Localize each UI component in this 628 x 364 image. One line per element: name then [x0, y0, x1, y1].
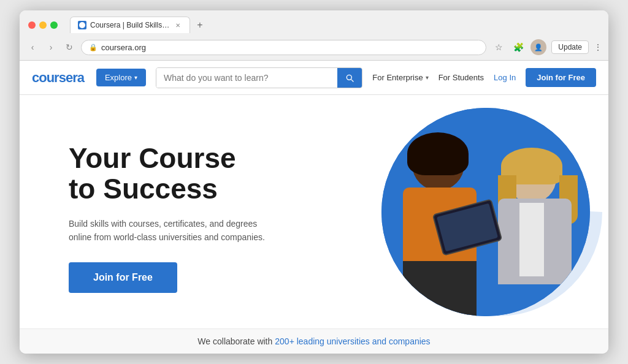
nav-right-section: For Enterprise ▾ For Students Log In Joi… — [372, 68, 596, 87]
browser-chrome: Coursera | Build Skills with On... ✕ + ‹… — [20, 10, 608, 61]
hero-subtitle: Build skills with courses, certificates,… — [69, 217, 277, 245]
hero-section: Your Course to Success Build skills with… — [20, 95, 608, 328]
bookmark-icon[interactable]: ☆ — [491, 40, 506, 55]
search-button[interactable] — [337, 68, 362, 88]
login-button[interactable]: Log In — [494, 73, 516, 82]
forward-button[interactable]: › — [44, 40, 58, 54]
svg-point-0 — [79, 22, 85, 28]
profile-avatar[interactable]: 👤 — [530, 39, 546, 55]
tab-close-icon[interactable]: ✕ — [174, 21, 182, 29]
bottom-bar-static-text: We collaborate with — [197, 336, 272, 346]
url-text: coursera.org — [101, 43, 146, 52]
bottom-bar: We collaborate with 200+ leading univers… — [20, 328, 608, 354]
browser-titlebar: Coursera | Build Skills with On... ✕ + — [20, 10, 608, 37]
update-button[interactable]: Update — [551, 40, 589, 54]
chevron-down-icon: ▾ — [134, 74, 137, 81]
tab-favicon — [78, 21, 86, 29]
extensions-icon[interactable]: 🧩 — [511, 40, 526, 55]
fullscreen-button[interactable] — [50, 21, 58, 29]
hero-circle-image — [381, 108, 590, 316]
close-button[interactable] — [28, 21, 36, 29]
for-students-link[interactable]: For Students — [438, 73, 484, 82]
active-tab[interactable]: Coursera | Build Skills with On... ✕ — [70, 17, 190, 33]
hero-title: Your Course to Success — [69, 143, 277, 205]
address-bar[interactable]: 🔒 coursera.org — [81, 40, 486, 55]
for-enterprise-link[interactable]: For Enterprise ▾ — [372, 73, 428, 82]
join-free-nav-button[interactable]: Join for Free — [526, 68, 596, 87]
search-icon — [345, 73, 354, 83]
coursera-navbar: coursera Explore ▾ For Enterprise ▾ For … — [20, 61, 608, 95]
browser-window: Coursera | Build Skills with On... ✕ + ‹… — [20, 10, 608, 354]
search-input[interactable] — [156, 68, 337, 88]
minimize-button[interactable] — [39, 21, 47, 29]
menu-dots-icon[interactable]: ⋮ — [594, 42, 602, 52]
chevron-down-icon: ▾ — [426, 74, 429, 81]
tab-title: Coursera | Build Skills with On... — [90, 21, 170, 29]
search-bar — [156, 67, 362, 88]
hero-content: Your Course to Success Build skills with… — [20, 95, 277, 328]
new-tab-button[interactable]: + — [193, 18, 207, 32]
back-button[interactable]: ‹ — [26, 40, 39, 54]
hero-image-area — [351, 95, 608, 328]
bottom-bar-link[interactable]: 200+ leading universities and companies — [275, 336, 430, 346]
hero-join-button[interactable]: Join for Free — [69, 262, 177, 293]
explore-button[interactable]: Explore ▾ — [96, 69, 146, 86]
address-bar-row: ‹ › ↻ 🔒 coursera.org ☆ 🧩 👤 Update ⋮ — [20, 37, 608, 60]
lock-icon: 🔒 — [89, 44, 98, 51]
browser-actions: ☆ 🧩 👤 Update ⋮ — [491, 39, 602, 55]
tab-bar: Coursera | Build Skills with On... ✕ + — [64, 17, 213, 33]
refresh-button[interactable]: ↻ — [63, 40, 76, 54]
traffic-lights — [28, 21, 58, 29]
coursera-logo[interactable]: coursera — [32, 70, 84, 86]
